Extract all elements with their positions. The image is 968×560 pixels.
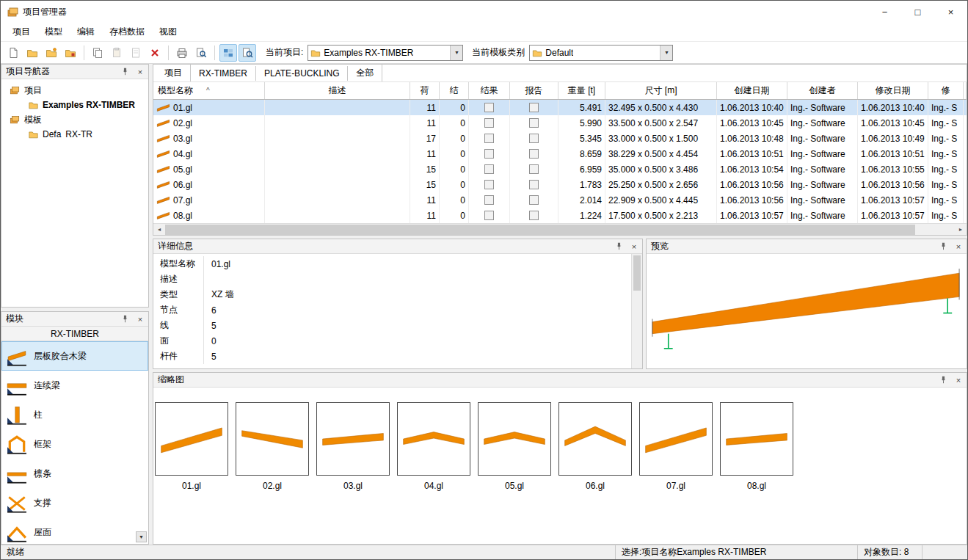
report-checkbox[interactable] (529, 195, 539, 205)
thumbnail-image[interactable] (639, 402, 713, 476)
column-header-dimensions[interactable]: 尺寸 [m] (605, 82, 717, 99)
print-button[interactable] (173, 44, 191, 62)
table-row[interactable]: 06.gl1501.78325.250 x 0.500 x 2.6561.06.… (153, 177, 967, 192)
column-header-modifier[interactable]: 修 (928, 82, 964, 99)
results-checkbox[interactable] (484, 134, 494, 143)
delete-button[interactable] (146, 44, 164, 62)
results-checkbox[interactable] (484, 180, 494, 189)
pin-icon[interactable] (120, 67, 130, 77)
report-checkbox[interactable] (529, 164, 539, 174)
close-icon[interactable]: × (135, 314, 145, 324)
close-icon[interactable]: × (953, 375, 964, 385)
vertical-scrollbar[interactable] (631, 254, 642, 368)
thumbnail-image[interactable] (720, 402, 793, 476)
tree-node-root[interactable]: 模板 (3, 112, 147, 127)
close-button[interactable]: × (934, 1, 967, 23)
thumbnail-image[interactable] (478, 402, 551, 476)
close-icon[interactable]: × (953, 241, 964, 252)
module-item-continuous-beam[interactable]: 连续梁 (1, 371, 148, 400)
print-preview-button[interactable] (192, 44, 210, 62)
module-item-bracing[interactable]: 支撑 (1, 488, 148, 517)
column-header-results-count[interactable]: 结 (440, 82, 469, 99)
report-checkbox[interactable] (529, 118, 539, 128)
column-header-created-date[interactable]: 创建日期 (717, 82, 787, 99)
column-header-load-cases[interactable]: 荷 (410, 82, 440, 99)
report-checkbox[interactable] (529, 211, 539, 220)
scrollbar-track[interactable] (165, 224, 955, 236)
results-checkbox[interactable] (484, 164, 494, 174)
new-folder-button[interactable] (43, 44, 60, 62)
horizontal-scrollbar[interactable]: ◄ ► (153, 223, 967, 235)
results-checkbox[interactable] (484, 211, 494, 220)
menu-project[interactable]: 项目 (5, 23, 37, 41)
table-row[interactable]: 04.gl1108.65938.229 x 0.500 x 4.4541.06.… (153, 146, 967, 161)
menu-archive-data[interactable]: 存档数据 (102, 23, 152, 41)
table-row[interactable]: 01.gl1105.49132.495 x 0.500 x 4.4301.06.… (153, 100, 967, 115)
column-header-weight[interactable]: 重量 [t] (558, 82, 605, 99)
tab-project[interactable]: 项目 (156, 65, 191, 81)
new-document-button[interactable] (4, 44, 22, 62)
table-row[interactable]: 05.gl1506.95935.000 x 0.500 x 3.4861.06.… (153, 161, 967, 177)
menu-view[interactable]: 视图 (152, 23, 184, 41)
thumbnail-item[interactable]: 03.gl (316, 402, 390, 491)
column-header-modified-date[interactable]: 修改日期 (858, 82, 928, 99)
thumbnails-view-button[interactable] (239, 44, 256, 62)
module-item-purlin[interactable]: 檩条 (1, 459, 148, 488)
module-item-roof[interactable]: 屋面 (1, 517, 148, 544)
scrollbar-thumb[interactable] (633, 255, 641, 291)
table-row[interactable]: 07.gl1102.01422.909 x 0.500 x 4.4451.06.… (153, 192, 967, 208)
table-row[interactable]: 03.gl1705.34533.000 x 0.500 x 1.5001.06.… (153, 131, 967, 146)
chevron-down-icon[interactable]: ▼ (450, 46, 462, 60)
thumbnail-image[interactable] (155, 402, 228, 476)
thumbnail-item[interactable]: 07.gl (639, 402, 713, 491)
column-header-creator[interactable]: 创建者 (787, 82, 858, 99)
column-header-model-name[interactable]: 模型名称^ (153, 82, 265, 99)
results-checkbox[interactable] (484, 195, 494, 205)
tab-all[interactable]: 全部 (348, 65, 382, 81)
scroll-down-button[interactable]: ▼ (136, 531, 147, 542)
thumbnail-item[interactable]: 01.gl (155, 402, 228, 491)
close-icon[interactable]: × (135, 67, 145, 77)
column-header-description[interactable]: 描述 (265, 82, 410, 99)
details-view-button[interactable] (219, 44, 237, 62)
menu-model[interactable]: 模型 (37, 23, 70, 41)
tab-plate-buckling[interactable]: PLATE-BUCKLING (256, 66, 348, 81)
chevron-down-icon[interactable]: ▼ (660, 46, 672, 60)
thumbnail-image[interactable] (316, 402, 390, 476)
scroll-left-icon[interactable]: ◄ (153, 224, 165, 236)
maximize-button[interactable]: □ (901, 1, 934, 23)
report-checkbox[interactable] (529, 149, 539, 159)
minimize-button[interactable]: − (868, 1, 901, 23)
module-item-column[interactable]: 柱 (1, 400, 148, 429)
duplicate-button[interactable] (127, 44, 145, 62)
paste-button[interactable] (108, 44, 125, 62)
column-header-results[interactable]: 结果 (469, 82, 510, 99)
report-checkbox[interactable] (529, 103, 539, 112)
template-category-combobox[interactable]: Default ▼ (529, 45, 673, 61)
tree-node-child[interactable]: Examples RX-TIMBER (3, 98, 147, 112)
pin-icon[interactable] (120, 314, 130, 324)
tree-node-child[interactable]: DefaRX-TR (3, 127, 147, 142)
copy-button[interactable] (89, 44, 106, 62)
module-item-frame[interactable]: 框架 (1, 429, 148, 459)
table-row[interactable]: 02.gl1105.99033.500 x 0.500 x 2.5471.06.… (153, 115, 967, 131)
thumbnail-image[interactable] (558, 402, 632, 476)
open-folder-button[interactable] (23, 44, 41, 62)
module-item-glulam-beam[interactable]: 层板胶合木梁 (1, 341, 148, 371)
thumbnail-item[interactable]: 06.gl (558, 402, 632, 491)
thumbnail-image[interactable] (236, 402, 309, 476)
menu-edit[interactable]: 编辑 (70, 23, 102, 41)
column-header-report[interactable]: 报告 (510, 82, 558, 99)
close-icon[interactable]: × (629, 241, 639, 252)
report-checkbox[interactable] (529, 180, 539, 189)
current-project-combobox[interactable]: Examples RX-TIMBER ▼ (307, 45, 463, 61)
pin-icon[interactable] (938, 375, 948, 385)
scrollbar-thumb[interactable] (165, 225, 915, 235)
tab-rx-timber[interactable]: RX-TIMBER (191, 66, 256, 81)
thumbnail-item[interactable]: 02.gl (236, 402, 309, 491)
tree-node-root[interactable]: 项目 (3, 83, 147, 98)
scroll-right-icon[interactable]: ► (955, 224, 967, 236)
results-checkbox[interactable] (484, 118, 494, 128)
table-row[interactable]: 08.gl1101.22417.500 x 0.500 x 2.2131.06.… (153, 208, 967, 223)
thumbnail-item[interactable]: 08.gl (720, 402, 793, 491)
